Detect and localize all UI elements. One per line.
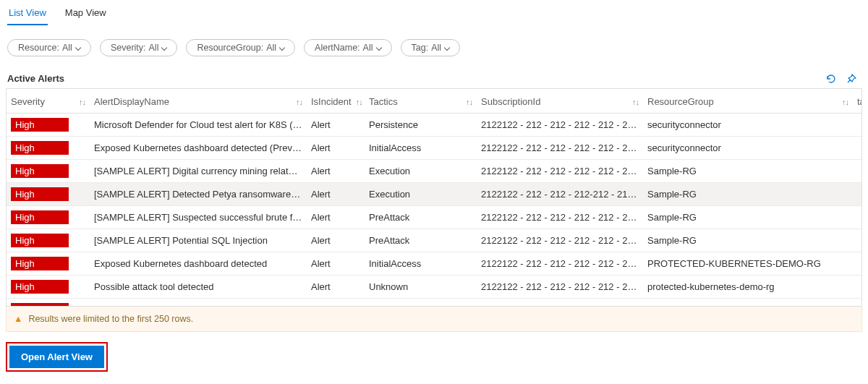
alerts-table: Severity↑↓ AlertDisplayName↑↓ IsIncident… bbox=[6, 88, 862, 307]
open-alert-view-highlight: Open Alert View bbox=[6, 342, 108, 372]
filter-tag[interactable]: Tag: All bbox=[401, 39, 461, 56]
table-row[interactable]: HighPossible attack tool detectedAlertUn… bbox=[7, 276, 861, 299]
warning-icon: ▲ bbox=[14, 314, 22, 324]
table-row[interactable]: HighMicrosoft Defender for Cloud test al… bbox=[7, 114, 861, 137]
severity-badge: High bbox=[11, 118, 69, 132]
results-limit-banner: ▲ Results were limited to the first 250 … bbox=[6, 307, 862, 332]
severity-badge: High bbox=[11, 164, 69, 178]
col-severity[interactable]: Severity↑↓ bbox=[7, 89, 90, 114]
table-row[interactable]: High[SAMPLE ALERT] Detected Petya ransom… bbox=[7, 183, 861, 206]
sort-icon[interactable]: ↑↓ bbox=[79, 98, 85, 106]
col-tags[interactable]: tags↑↓ bbox=[853, 89, 861, 114]
chevron-down-icon bbox=[444, 45, 451, 51]
sort-icon[interactable]: ↑↓ bbox=[296, 98, 302, 106]
filter-severity[interactable]: Severity: All bbox=[100, 39, 178, 56]
col-tactics[interactable]: Tactics↑↓ bbox=[365, 89, 477, 114]
chevron-down-icon bbox=[376, 45, 383, 51]
severity-badge: High bbox=[11, 141, 69, 155]
sort-icon[interactable]: ↑↓ bbox=[466, 98, 472, 106]
tab-map-view[interactable]: Map View bbox=[64, 4, 108, 25]
chevron-down-icon bbox=[75, 45, 82, 51]
chevron-down-icon bbox=[161, 45, 168, 51]
sort-icon[interactable]: ↑↓ bbox=[632, 98, 639, 106]
section-title: Active Alerts bbox=[7, 73, 64, 84]
pin-icon[interactable] bbox=[845, 72, 858, 85]
table-row[interactable]: High[SAMPLE ALERT] Potential SQL Injecti… bbox=[7, 229, 861, 252]
severity-badge: High bbox=[11, 280, 69, 294]
chevron-down-icon bbox=[279, 45, 286, 51]
filter-resource[interactable]: Resource: All bbox=[7, 39, 91, 56]
table-row[interactable]: HighExposed Kubernetes dashboard detecte… bbox=[7, 137, 861, 160]
sort-icon[interactable]: ↑↓ bbox=[842, 98, 848, 106]
severity-badge: High bbox=[11, 210, 69, 224]
filter-resourcegroup[interactable]: ResourceGroup: All bbox=[186, 39, 295, 56]
severity-badge: High bbox=[11, 234, 69, 247]
filter-bar: Resource: AllSeverity: AllResourceGroup:… bbox=[6, 39, 862, 56]
severity-badge: High bbox=[11, 303, 69, 306]
severity-badge: High bbox=[11, 257, 69, 270]
table-row[interactable]: High[SAMPLE ALERT] Suspected successful … bbox=[7, 206, 861, 229]
sort-icon[interactable]: ↑↓ bbox=[356, 98, 362, 106]
severity-badge: High bbox=[11, 187, 69, 201]
open-alert-view-button[interactable]: Open Alert View bbox=[9, 346, 104, 368]
col-alert-name[interactable]: AlertDisplayName↑↓ bbox=[90, 89, 307, 114]
col-is-incident[interactable]: IsIncident↑↓ bbox=[307, 89, 365, 114]
col-resource-group[interactable]: ResourceGroup↑↓ bbox=[643, 89, 853, 114]
table-row[interactable]: HighExposed Kubernetes dashboard detecte… bbox=[7, 252, 861, 276]
col-subscription[interactable]: SubscriptionId↑↓ bbox=[477, 89, 643, 114]
tab-list-view[interactable]: List View bbox=[7, 4, 48, 25]
table-row[interactable]: High[SAMPLE ALERT] Digital currency mini… bbox=[7, 160, 861, 183]
filter-alertname[interactable]: AlertName: All bbox=[304, 39, 391, 56]
banner-text: Results were limited to the first 250 ro… bbox=[28, 314, 193, 324]
table-row[interactable]: High[SAMPLE ALERT] Attempted logon by a … bbox=[7, 299, 861, 307]
view-tabs: List ViewMap View bbox=[6, 4, 862, 26]
undo-icon[interactable] bbox=[825, 72, 838, 85]
